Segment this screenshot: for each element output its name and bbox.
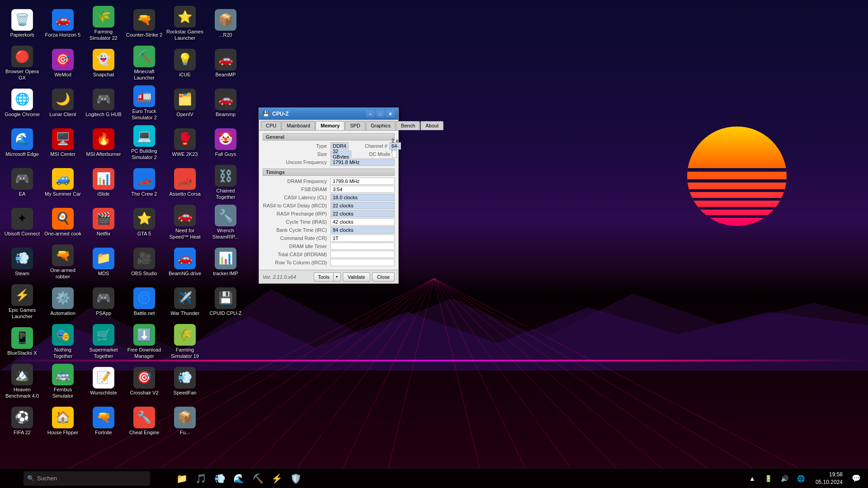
desktop-icon-wrench-steam[interactable]: 🔧Wrench SteamRIP... [205, 202, 246, 242]
desktop-icon-mysummer[interactable]: 🚙My Summer Car [42, 163, 83, 202]
desktop-icon-psapp[interactable]: 🎮PSApp [83, 282, 124, 322]
desktop-icon-openiV[interactable]: 🗂️OpenIV [165, 83, 205, 123]
desktop-icon-icue[interactable]: 💡iCUE [165, 43, 205, 83]
desktop-icon-snapchat[interactable]: 👻Snapchat [83, 43, 124, 83]
taskbar-app-epic-tb[interactable]: ⚡ [268, 469, 286, 488]
window-controls[interactable]: – □ ✕ [366, 110, 395, 117]
desktop-icon-thecrew2[interactable]: 🏎️The Crew 2 [124, 163, 165, 202]
tray-network[interactable]: 🌐 [794, 471, 808, 486]
desktop-icon-crosshair2[interactable]: 🎯Crosshair V2 [124, 361, 165, 401]
taskbar-app-spotify[interactable]: 🎵 [192, 469, 210, 488]
desktop-icon-obs[interactable]: 🎥OBS Studio [124, 242, 165, 282]
desktop-icon-freedownload[interactable]: ⬇️Free Download Manager [124, 322, 165, 361]
desktop-icon-supermarket[interactable]: 🛒Supermarket Together [83, 322, 124, 361]
desktop-icon-heaven[interactable]: 🏔️Heaven Benchmark 4.0 [2, 361, 42, 401]
desktop-icon-automation[interactable]: ⚙️Automation [42, 282, 83, 322]
taskbar-app-cortana[interactable]: ◉ [154, 469, 172, 488]
desktop-icon-rockstar[interactable]: ⭐Rockstar Games Launcher [165, 4, 205, 43]
desktop-icon-browser-opera[interactable]: 🔴Browser Opera GX [2, 43, 42, 83]
desktop-icon-one-armed-robber[interactable]: 🔫One-armed robber [42, 242, 83, 282]
desktop-icon-house-flipper[interactable]: 🏠House Flipper [42, 401, 83, 441]
desktop-icon-farming19[interactable]: 🌾Farming Simulator 19 [165, 322, 205, 361]
search-bar[interactable]: 🔍 Suchen [24, 471, 150, 486]
desktop-icon-speedfan[interactable]: 💨SpeedFan [165, 361, 205, 401]
window-titlebar[interactable]: 💾 CPU-Z – □ ✕ [259, 108, 398, 120]
tab-cpu[interactable]: CPU [261, 121, 281, 130]
start-button[interactable]: ⊞ [2, 469, 22, 488]
desktop-icon-islide[interactable]: 📊iSlide [83, 163, 124, 202]
desktop-icon-fall-guys[interactable]: 🤡Fall Guys [205, 123, 246, 163]
tools-dropdown[interactable]: ▾ [334, 272, 341, 282]
desktop-icon-cpuid-cpuz[interactable]: 💾CPUID CPU-Z [205, 282, 246, 322]
tray-chevron[interactable]: ▲ [745, 471, 760, 486]
taskbar-clock[interactable]: 19:58 05.10.2024 [812, 471, 846, 486]
tray-volume[interactable]: 🔊 [778, 471, 792, 486]
desktop-icon-eurotruck[interactable]: 🚛Euro Truck Simulator 2 [124, 83, 165, 123]
desktop-icon-farming22[interactable]: 🌾Farming Simulator 22 [83, 4, 124, 43]
tab-about[interactable]: About [420, 121, 443, 130]
desktop-icon-msi-center[interactable]: 🖥️MSI Center [42, 123, 83, 163]
notification-button[interactable]: 💬 [846, 469, 866, 488]
desktop-icon-ubisoft[interactable]: ✦Ubisoft Connect [2, 202, 42, 242]
tools-group[interactable]: Tools ▾ [314, 272, 341, 282]
desktop-icon-ea[interactable]: 🎮EA [2, 163, 42, 202]
desktop-icon-assetto[interactable]: 🏎️Assetto Corsa [165, 163, 205, 202]
tab-memory[interactable]: Memory [316, 121, 344, 130]
desktop-icon-lunar[interactable]: 🌙Lunar Client [42, 83, 83, 123]
desktop-icon-netflix[interactable]: 🎬Netflix [83, 202, 124, 242]
desktop-icon-cheat-engine[interactable]: 🔧Cheat Engine [124, 401, 165, 441]
desktop-icon-pcbuilding2[interactable]: 💻PC Building Simulator 2 [124, 123, 165, 163]
close-statusbar-button[interactable]: Close [372, 272, 395, 282]
desktop-icon-beammp2[interactable]: 🚗Beammp [205, 83, 246, 123]
desktop-icon-wunschliste[interactable]: 📝Wunschliste [83, 361, 124, 401]
validate-button[interactable]: Validate [343, 272, 370, 282]
desktop-icon-one-armed-cook[interactable]: 🍳One-armed cook [42, 202, 83, 242]
tab-spd[interactable]: SPD [345, 121, 365, 130]
tab-graphics[interactable]: Graphics [366, 121, 396, 130]
taskbar-app-edge-tb[interactable]: 🌊 [230, 469, 248, 488]
tab-bench[interactable]: Bench [396, 121, 420, 130]
taskbar-app-minecraft-tb[interactable]: ⛏️ [249, 469, 267, 488]
taskbar-app-steam-tb[interactable]: 💨 [211, 469, 229, 488]
desktop-icon-logitech[interactable]: 🎮Logitech G HUB [83, 83, 124, 123]
icon-image-cs2: 🔫 [133, 9, 155, 31]
tools-button[interactable]: Tools [314, 272, 334, 282]
desktop-icon-bluestacks[interactable]: 📱BlueStacks X [2, 322, 42, 361]
desktop-icon-beammp[interactable]: 🚗BeamMP [205, 43, 246, 83]
desktop-icon-gta5[interactable]: ⭐GTA 5 [124, 202, 165, 242]
desktop-icon-fortnite[interactable]: 🔫Fortnite [83, 401, 124, 441]
desktop-icon-mds[interactable]: 📁MDS [83, 242, 124, 282]
desktop-icon-nothing-together[interactable]: 🎭Nothing Together [42, 322, 83, 361]
desktop-icon-beamng-drive[interactable]: 🚗BeamNG.drive [165, 242, 205, 282]
desktop-icon-something1[interactable]: 📦Fu... [165, 401, 205, 441]
maximize-button[interactable]: □ [376, 110, 385, 117]
tab-mainboard[interactable]: Mainboard [282, 121, 315, 130]
taskbar-app-shield-tb[interactable]: 🛡️ [287, 469, 305, 488]
desktop-icon-fernbus[interactable]: 🚌Fernbus Simulator [42, 361, 83, 401]
cpuz-window[interactable]: 💾 CPU-Z – □ ✕ CPUMainboardMemorySPDGraph… [259, 108, 399, 284]
taskbar-app-files[interactable]: 📁 [173, 469, 191, 488]
desktop-icon-war-thunder[interactable]: ✈️War Thunder [165, 282, 205, 322]
minimize-button[interactable]: – [366, 110, 375, 117]
desktop-icon-forza5[interactable]: 🚗Forza Horizon 5 [42, 4, 83, 43]
desktop-icon-battlenet[interactable]: 🌀Battle.net [124, 282, 165, 322]
desktop-icon-microsoft-edge[interactable]: 🌊Microsoft Edge [2, 123, 42, 163]
desktop-icon-papierkorb[interactable]: 🗑️Papierkorb [2, 4, 42, 43]
desktop-icon-fifa22[interactable]: ⚽FIFA 22 [2, 401, 42, 441]
desktop-icon-epic[interactable]: ⚡Epic Games Launcher [2, 282, 42, 322]
desktop-icon-wemod[interactable]: 🎯WeMod [42, 43, 83, 83]
desktop-icon-cs2[interactable]: 🔫Counter-Strike 2 [124, 4, 165, 43]
desktop-icon-tracker-imp[interactable]: 📊tracker.IMP [205, 242, 246, 282]
desktop-icon-nfs[interactable]: 🚗Need for Speed™ Heat [165, 202, 205, 242]
tray-battery[interactable]: 🔋 [761, 471, 776, 486]
desktop-icon-wwe2k23[interactable]: 🥊WWE 2K23 [165, 123, 205, 163]
statusbar-buttons[interactable]: Tools ▾ Validate Close [314, 272, 395, 282]
desktop-icon-msi-afterburner[interactable]: 🔥MSI Afterburner [83, 123, 124, 163]
desktop-icon-steam[interactable]: 💨Steam [2, 242, 42, 282]
desktop-icon-chained[interactable]: ⛓️Chained Together [205, 163, 246, 202]
desktop-icon-something2[interactable]: 📦...R20 [205, 4, 246, 43]
desktop-icon-google-chrome[interactable]: 🌐Google Chrome [2, 83, 42, 123]
close-button[interactable]: ✕ [386, 110, 395, 117]
icon-image-cheat-engine: 🔧 [133, 407, 155, 428]
desktop-icon-minecraft[interactable]: ⛏️Minecraft Launcher [124, 43, 165, 83]
